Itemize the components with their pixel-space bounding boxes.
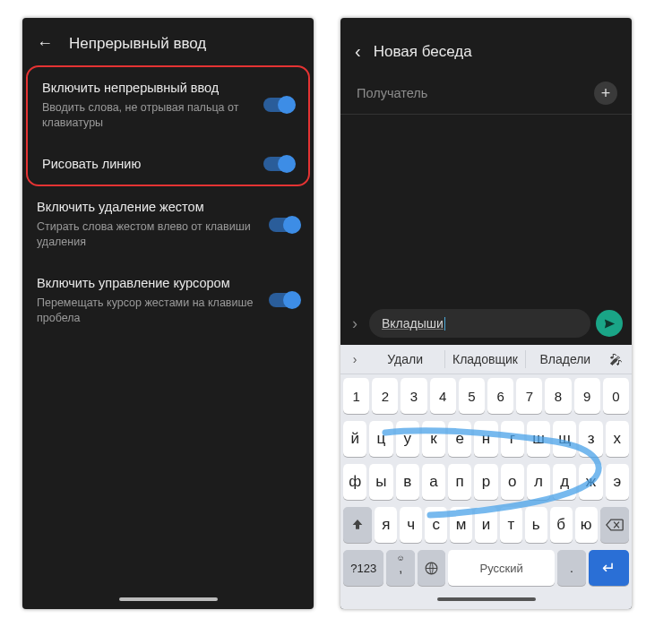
key-2[interactable]: 2 bbox=[372, 378, 398, 414]
key-letter[interactable]: и bbox=[475, 507, 497, 543]
key-7[interactable]: 7 bbox=[516, 378, 542, 414]
key-4[interactable]: 4 bbox=[430, 378, 456, 414]
toggle-switch[interactable] bbox=[263, 157, 294, 171]
expand-icon[interactable]: › bbox=[346, 314, 364, 333]
suggestion-word[interactable]: Кладовщик bbox=[447, 352, 522, 366]
recipient-placeholder: Получатель bbox=[357, 86, 594, 100]
settings-title: Непрерывный ввод bbox=[69, 35, 206, 53]
key-letter[interactable]: д bbox=[553, 464, 576, 500]
key-letter[interactable]: б bbox=[550, 507, 573, 543]
key-letter[interactable]: в bbox=[396, 464, 419, 500]
mic-icon[interactable]: 🎤︎ bbox=[605, 352, 628, 367]
setting-glide-typing[interactable]: Включить непрерывный ввод Вводить слова,… bbox=[28, 67, 308, 143]
period-key[interactable]: . bbox=[557, 550, 585, 586]
highlight-box: Включить непрерывный ввод Вводить слова,… bbox=[26, 65, 310, 186]
send-icon bbox=[603, 317, 616, 331]
recipient-row[interactable]: Получатель + bbox=[340, 74, 632, 115]
key-letter[interactable]: о bbox=[501, 464, 524, 500]
setting-gesture-delete[interactable]: Включить удаление жестом Стирать слова ж… bbox=[22, 186, 314, 262]
globe-icon bbox=[424, 561, 439, 576]
key-8[interactable]: 8 bbox=[545, 378, 571, 414]
setting-title: Рисовать линию bbox=[42, 156, 254, 173]
key-1[interactable]: 1 bbox=[343, 378, 369, 414]
setting-title: Включить удаление жестом bbox=[37, 199, 260, 216]
chat-screen: ‹ Новая беседа Получатель + › Вкладыши ›… bbox=[340, 18, 632, 609]
key-letter[interactable]: л bbox=[527, 464, 550, 500]
key-letter[interactable]: й bbox=[343, 421, 366, 457]
key-letter[interactable]: ь bbox=[525, 507, 547, 543]
chevron-right-icon[interactable]: › bbox=[344, 352, 366, 366]
key-row-3: ф ы в а п р о л д ж э bbox=[340, 460, 632, 503]
key-letter[interactable]: э bbox=[606, 464, 629, 500]
key-letter[interactable]: ч bbox=[400, 507, 422, 543]
back-icon[interactable]: ← bbox=[37, 34, 56, 53]
toggle-switch[interactable] bbox=[269, 218, 299, 232]
key-9[interactable]: 9 bbox=[574, 378, 600, 414]
setting-desc: Стирать слова жестом влево от клавиши уд… bbox=[37, 219, 260, 250]
key-letter[interactable]: з bbox=[579, 421, 602, 457]
suggestion-bar: › Удали Кладовщик Владели 🎤︎ bbox=[340, 345, 632, 374]
chat-header: ‹ Новая беседа bbox=[340, 18, 632, 74]
key-letter[interactable]: я bbox=[375, 507, 397, 543]
suggestion-word[interactable]: Удали bbox=[367, 352, 443, 366]
key-row-4: я ч с м и т ь б ю bbox=[340, 503, 632, 546]
comma-key[interactable]: ,☺ bbox=[386, 550, 414, 586]
setting-desc: Вводить слова, не отрывая пальца от клав… bbox=[42, 100, 254, 131]
key-letter[interactable]: ю bbox=[575, 507, 598, 543]
setting-draw-line[interactable]: Рисовать линию bbox=[28, 143, 308, 185]
language-key[interactable] bbox=[418, 550, 445, 586]
key-letter[interactable]: ы bbox=[369, 464, 392, 500]
message-input[interactable]: Вкладыши bbox=[369, 309, 590, 338]
key-letter[interactable]: ш bbox=[527, 421, 550, 457]
toggle-switch[interactable] bbox=[269, 293, 299, 307]
key-row-5: ?123 ,☺ Русский . ↵ bbox=[340, 546, 632, 589]
back-icon[interactable]: ‹ bbox=[355, 41, 361, 62]
key-letter[interactable]: х bbox=[606, 421, 629, 457]
key-letter[interactable]: к bbox=[422, 421, 445, 457]
key-letter[interactable]: ж bbox=[579, 464, 602, 500]
key-letter[interactable]: т bbox=[500, 507, 522, 543]
key-letter[interactable]: ц bbox=[369, 421, 392, 457]
send-button[interactable] bbox=[596, 310, 623, 337]
key-letter[interactable]: а bbox=[422, 464, 445, 500]
key-5[interactable]: 5 bbox=[459, 378, 485, 414]
key-letter[interactable]: п bbox=[448, 464, 471, 500]
key-0[interactable]: 0 bbox=[603, 378, 629, 414]
setting-title: Включить управление курсором bbox=[37, 275, 260, 292]
shift-key[interactable] bbox=[343, 507, 372, 543]
key-letter[interactable]: ф bbox=[343, 464, 366, 500]
key-letter[interactable]: р bbox=[474, 464, 497, 500]
key-letter[interactable]: н bbox=[474, 421, 497, 457]
key-letter[interactable]: у bbox=[396, 421, 419, 457]
key-letter[interactable]: с bbox=[425, 507, 447, 543]
message-text: Вкладыши bbox=[382, 316, 444, 331]
key-letter[interactable]: щ bbox=[553, 421, 576, 457]
key-letter[interactable]: е bbox=[448, 421, 471, 457]
key-6[interactable]: 6 bbox=[487, 378, 513, 414]
settings-list: Включить непрерывный ввод Вводить слова,… bbox=[22, 65, 314, 589]
backspace-key[interactable] bbox=[600, 507, 629, 543]
shift-icon bbox=[350, 518, 365, 532]
toggle-switch[interactable] bbox=[263, 98, 294, 112]
keyboard: › Удали Кладовщик Владели 🎤︎ 1 2 3 4 5 6… bbox=[340, 345, 632, 589]
setting-title: Включить непрерывный ввод bbox=[42, 80, 254, 97]
backspace-icon bbox=[606, 519, 624, 531]
suggestion-word[interactable]: Владели bbox=[528, 352, 603, 366]
key-row-numbers: 1 2 3 4 5 6 7 8 9 0 bbox=[340, 374, 632, 417]
composer: › Вкладыши bbox=[340, 302, 632, 345]
settings-header: ← Непрерывный ввод bbox=[22, 18, 314, 65]
messages-area bbox=[340, 115, 632, 302]
key-letter[interactable]: м bbox=[450, 507, 472, 543]
enter-key[interactable]: ↵ bbox=[589, 550, 629, 586]
setting-cursor-control[interactable]: Включить управление курсором Перемещать … bbox=[22, 262, 314, 339]
key-row-2: й ц у к е н г ш щ з х bbox=[340, 417, 632, 460]
symbols-key[interactable]: ?123 bbox=[343, 550, 383, 586]
system-nav-bar[interactable] bbox=[22, 589, 314, 609]
setting-desc: Перемещать курсор жестами на клавише про… bbox=[37, 296, 260, 326]
add-recipient-button[interactable]: + bbox=[594, 82, 617, 105]
system-nav-bar[interactable] bbox=[340, 589, 632, 609]
key-letter[interactable]: г bbox=[501, 421, 524, 457]
chat-title: Новая беседа bbox=[374, 43, 472, 61]
key-3[interactable]: 3 bbox=[401, 378, 426, 414]
space-key[interactable]: Русский bbox=[448, 550, 555, 586]
